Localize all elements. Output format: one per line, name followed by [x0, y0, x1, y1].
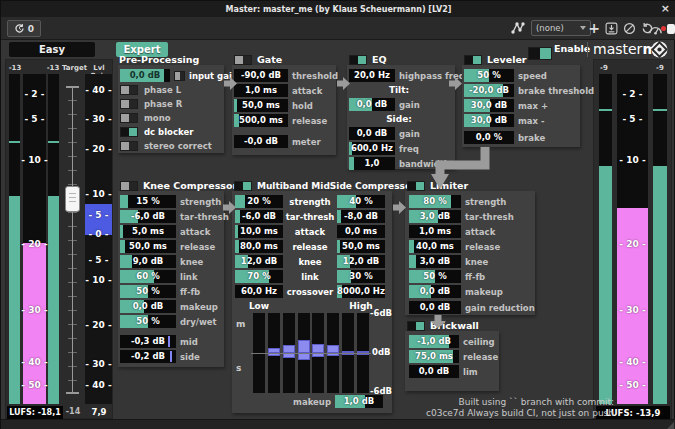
- phase-r-checkbox[interactable]: [120, 99, 138, 109]
- knee-value[interactable]: 3,0 dB: [409, 255, 461, 268]
- history-button[interactable]: 0: [7, 20, 41, 37]
- link-value[interactable]: 60 %: [120, 270, 176, 283]
- max-value[interactable]: 30,0 dB: [464, 99, 514, 112]
- brake-threshold-value[interactable]: -20,0 dB: [464, 84, 514, 97]
- attack-value[interactable]: 1,0 ms: [409, 225, 461, 238]
- freq-value[interactable]: 600,0 Hz: [349, 142, 395, 155]
- toolbar: 0 (none) +: [1, 17, 675, 40]
- gain-scale-label: 30: [85, 359, 111, 369]
- param-row: -0,0 dBmeter: [234, 135, 321, 148]
- param-label: max +: [518, 101, 548, 111]
- mid-value[interactable]: -0,3 dB: [120, 335, 176, 348]
- scale-label: 10: [21, 155, 47, 165]
- value-text: 0,0 dB: [349, 127, 395, 140]
- strength-low-value[interactable]: 20 %: [235, 195, 283, 208]
- meter-value[interactable]: -0,0 dB: [234, 135, 288, 148]
- mono-checkbox[interactable]: [120, 113, 138, 123]
- speed-value[interactable]: 50 %: [464, 69, 514, 82]
- release-value[interactable]: 40,0 ms: [409, 240, 461, 253]
- add-preset-button[interactable]: +: [587, 19, 601, 36]
- node-graph-icon[interactable]: [509, 20, 527, 36]
- bandwidth-value[interactable]: 1,0: [349, 157, 395, 170]
- tar-thresh-value[interactable]: -6,0 dB: [120, 210, 176, 223]
- knee-low-value[interactable]: 12,0 dB: [235, 255, 283, 268]
- strength-value[interactable]: 15 %: [120, 195, 176, 208]
- knee-value[interactable]: 9,0 dB: [120, 255, 176, 268]
- link-high-value[interactable]: 30 %: [337, 270, 385, 283]
- release-high-value[interactable]: 50,0 ms: [337, 240, 385, 253]
- brickwall-toggle[interactable]: [407, 321, 425, 331]
- close-icon[interactable]: ×: [661, 2, 670, 15]
- param-label: makeup: [465, 287, 503, 297]
- max-value[interactable]: 30,0 dB: [464, 114, 514, 127]
- lim-value[interactable]: 0,0 dB: [409, 365, 459, 378]
- dc-blocker-checkbox[interactable]: [120, 127, 138, 137]
- peak-label-right: -13: [44, 64, 62, 72]
- tar-thresh-high-value[interactable]: -8,0 dB: [337, 210, 385, 223]
- input-gain-toggle[interactable]: [174, 71, 185, 81]
- preset-select[interactable]: (none): [531, 20, 591, 36]
- multiband-toggle[interactable]: [234, 181, 252, 191]
- lvl-gain-value: 7,9: [86, 407, 112, 417]
- ceiling-value[interactable]: -1,0 dB: [409, 335, 459, 348]
- knee-high-value[interactable]: 12,0 dB: [337, 255, 385, 268]
- knee-toggle[interactable]: [120, 181, 138, 191]
- enable-toggle[interactable]: [528, 44, 552, 63]
- threshold-value[interactable]: -90,0 dB: [234, 69, 288, 82]
- link-low-value[interactable]: 70 %: [235, 270, 283, 283]
- release-value[interactable]: 500,0 ms: [234, 114, 288, 127]
- phase-l-checkbox[interactable]: [120, 85, 138, 95]
- value-text: 1,0 ms: [234, 84, 288, 97]
- attack-value[interactable]: 5,0 ms: [120, 225, 176, 238]
- input-gain-value[interactable]: 0,0 dB: [120, 69, 170, 82]
- import-icon[interactable]: [604, 21, 618, 35]
- gain-value[interactable]: 0,0 dB: [349, 127, 395, 140]
- ff-fb-value[interactable]: 50 %: [120, 285, 176, 298]
- attack-value[interactable]: 1,0 ms: [234, 84, 288, 97]
- tar-thresh-value[interactable]: 3,0 dB: [409, 210, 461, 223]
- tar-thresh-low-value[interactable]: -6,0 dB: [235, 210, 283, 223]
- peak-meter-right: [653, 74, 667, 404]
- release-value[interactable]: 75,0 ms: [409, 350, 459, 363]
- makeup-value[interactable]: 0,0 dB: [120, 300, 176, 313]
- crossover-high-value[interactable]: 8000,0 Hz: [337, 285, 385, 298]
- gain-value[interactable]: 0,0 dB: [349, 98, 395, 111]
- bypass-icon[interactable]: [622, 21, 636, 35]
- gate-toggle[interactable]: [234, 55, 252, 65]
- strength-value[interactable]: 80 %: [409, 195, 461, 208]
- eq-toggle[interactable]: [349, 55, 367, 65]
- checkbox-label: phase L: [144, 85, 181, 95]
- target-slider-handle[interactable]: [65, 186, 80, 212]
- value-text: 30,0 dB: [464, 99, 514, 112]
- leveler-toggle[interactable]: [464, 55, 482, 65]
- target-label: Target: [62, 64, 84, 72]
- side-value[interactable]: -0,2 dB: [120, 350, 176, 363]
- release-low-value[interactable]: 80,0 ms: [235, 240, 283, 253]
- makeup-value[interactable]: 0,0 dB: [409, 285, 461, 298]
- value-text: 0,0 dB: [120, 69, 170, 82]
- limiter-toggle[interactable]: [407, 181, 425, 191]
- brake-value[interactable]: 0,0 %: [464, 131, 514, 144]
- stereo-correct-checkbox[interactable]: [120, 141, 138, 151]
- attack-low-value[interactable]: 10,0 ms: [235, 225, 283, 238]
- param-row: 20 %strength40 %: [235, 195, 385, 208]
- value-text: 600,0 Hz: [349, 142, 395, 155]
- strength-high-value[interactable]: 40 %: [337, 195, 385, 208]
- peak-meter-right: [48, 74, 59, 404]
- ff-fb-value[interactable]: 50 %: [409, 270, 461, 283]
- value-text: -6,0 dB: [235, 210, 283, 223]
- highpass-freq-value[interactable]: 20,0 Hz: [349, 69, 395, 82]
- value-text: 3,0 dB: [409, 210, 461, 223]
- resize-grip[interactable]: [666, 422, 674, 429]
- release-value[interactable]: 50,0 ms: [120, 240, 176, 253]
- attack-high-value[interactable]: 0,0 ms: [337, 225, 385, 238]
- crossover-low-value[interactable]: 60,0 Hz: [235, 285, 283, 298]
- dry-wet-value[interactable]: 50 %: [120, 315, 176, 328]
- hold-value[interactable]: 50,0 ms: [234, 99, 288, 112]
- display-icon[interactable]: [667, 24, 675, 34]
- easy-mode-button[interactable]: Easy: [9, 42, 95, 57]
- window-title: Master: master_me (by Klaus Scheuermann)…: [226, 5, 452, 14]
- param-label: makeup: [289, 397, 331, 407]
- gain-reduction-value[interactable]: 0,0 dB: [409, 301, 461, 314]
- flow-arrow-eq-to-leveler: [449, 77, 462, 90]
